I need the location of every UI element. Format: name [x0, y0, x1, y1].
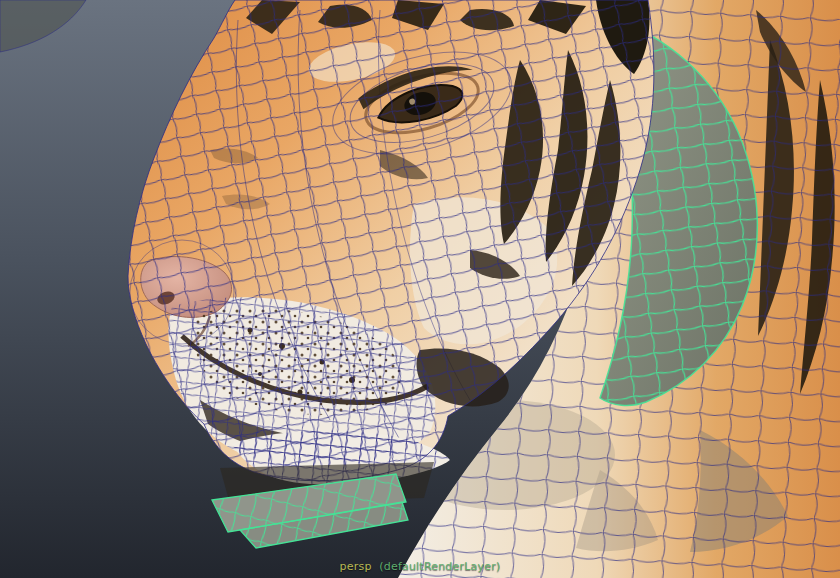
render-layer-label: (defaultRenderLayer) [379, 560, 500, 573]
scene [0, 0, 840, 578]
selected-chin-faces[interactable] [200, 462, 434, 560]
camera-name-label: persp [340, 560, 372, 573]
viewport-3d[interactable]: persp (defaultRenderLayer) [0, 0, 840, 578]
camera-label: persp (defaultRenderLayer) [340, 560, 501, 573]
tiger-ear-mesh[interactable] [0, 0, 86, 52]
